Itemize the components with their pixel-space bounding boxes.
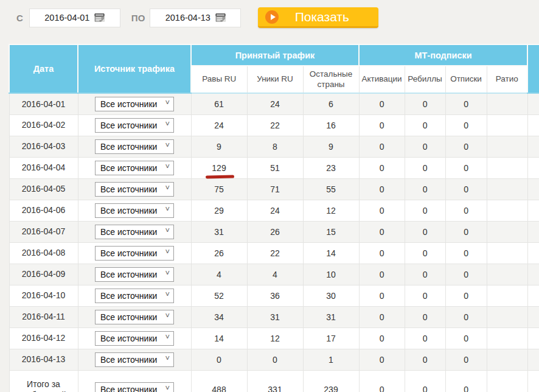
value-cell: 55 [303,178,359,200]
calendar-icon[interactable] [215,13,226,23]
cell-value: 9 [217,142,221,152]
value-cell [487,306,527,327]
date-from-value: 2016-04-01 [44,13,89,23]
source-select-wrapper: Все источники˅ [95,310,174,324]
source-select[interactable]: Все источники [95,267,174,282]
col-header-raw-ru: Равы RU [191,66,247,93]
show-button[interactable]: Показать [258,7,378,28]
value-cell [487,136,527,157]
source-select[interactable]: Все источники [95,352,174,367]
cell-value: 0 [423,184,428,194]
cell-value: 31 [214,227,224,237]
cell-value: 22 [270,121,280,130]
cell-value: 0 [423,334,428,343]
source-cell: Все источники˅ [78,242,191,264]
col-header-unsubscribes: Отписки [445,66,487,93]
value-cell: 51 [247,157,303,178]
cell-value: 0 [464,184,468,194]
table-row: 2016-04-11Все источники˅343131000 [9,306,539,327]
col-header-rebills: Ребиллы [405,66,445,93]
value-cell: 26 [247,221,303,242]
cell-value: 75 [214,184,224,194]
cutoff-cell [527,349,539,370]
table-row: 2016-04-13Все источники˅001000 [9,349,539,370]
cell-value: 0 [380,355,384,365]
cell-value: 9 [329,142,333,152]
value-cell: 0 [445,349,487,370]
calendar-icon[interactable] [94,13,105,23]
cell-value: 0 [423,248,428,258]
value-cell: 488 [191,370,247,392]
cell-value: 36 [270,291,280,301]
source-select[interactable]: Все источники [95,182,174,197]
source-select[interactable]: Все источники [95,118,174,133]
cell-value: 31 [270,312,280,322]
value-cell: 0 [445,178,487,200]
value-cell [487,221,527,242]
cell-value: 0 [380,270,384,279]
source-select-wrapper: Все источники˅ [95,203,174,218]
value-cell: 24 [191,114,247,136]
cell-value: 34 [214,312,224,322]
value-cell: 0 [359,327,405,349]
table-row: 2016-04-05Все источники˅757155000 [9,178,539,200]
cell-value: 6 [329,99,333,109]
table-row: 2016-04-04Все источники˅1295123000 [9,157,539,178]
col-header-activations: Активации [359,66,405,93]
totals-label-cell: Итого за выбранный [9,370,78,392]
source-select[interactable]: Все источники [95,382,174,392]
value-cell [487,349,527,370]
value-cell: 0 [359,285,405,306]
cell-value: 0 [380,184,384,194]
source-select[interactable]: Все источники [95,289,174,303]
cutoff-cell [527,306,539,327]
cell-value: 0 [380,385,384,392]
value-cell: 0 [359,370,405,392]
cell-value: 0 [380,99,384,109]
date-to-value: 2016-04-13 [165,13,210,23]
cutoff-cell [527,370,539,392]
date-to-input[interactable]: 2016-04-13 [150,9,241,27]
value-cell: 0 [405,136,445,157]
value-cell: 0 [445,200,487,221]
cell-value: 24 [270,206,280,215]
value-cell: 0 [445,264,487,285]
value-cell: 0 [405,178,445,200]
value-cell: 4 [191,264,247,285]
date-from-input[interactable]: 2016-04-01 [29,9,120,27]
table-row: 2016-04-09Все источники˅4410000 [9,264,539,285]
value-cell: 0 [405,264,445,285]
date-cell: 2016-04-12 [9,327,78,349]
source-select[interactable]: Все источники [95,331,174,346]
cutoff-cell [527,221,539,242]
table-row: 2016-04-03Все источники˅989000 [9,136,539,157]
source-select[interactable]: Все источники [95,203,174,218]
source-select[interactable]: Все источники [95,310,174,324]
value-cell: 29 [191,200,247,221]
source-select[interactable]: Все источники [95,97,174,111]
source-select[interactable]: Все источники [95,139,174,154]
source-cell: Все источники˅ [78,349,191,370]
value-cell: 6 [303,93,359,114]
cell-value: 129 [212,163,226,173]
cell-value: 26 [270,227,280,237]
value-cell: 0 [445,93,487,114]
cell-value: 0 [464,163,468,173]
filter-bar: С 2016-04-01 ПО 2016-04-13 [0,0,539,35]
red-underline-annotation [206,175,234,178]
source-select-wrapper: Все источники˅ [95,352,174,367]
source-select[interactable]: Все источники [95,161,174,175]
value-cell: 34 [191,306,247,327]
cell-value: 4 [217,270,221,279]
cell-value: 52 [214,291,224,301]
value-cell [487,327,527,349]
group-header-row: Дата Источник трафика Принятый трафик МТ… [9,44,539,66]
source-select[interactable]: Все источники [95,246,174,261]
value-cell [487,264,527,285]
cell-value: 4 [273,270,277,279]
cell-value: 0 [423,291,428,301]
source-select[interactable]: Все источники [95,225,174,239]
value-cell: 0 [359,136,405,157]
value-cell: 12 [247,327,303,349]
cell-value: 0 [380,312,384,322]
